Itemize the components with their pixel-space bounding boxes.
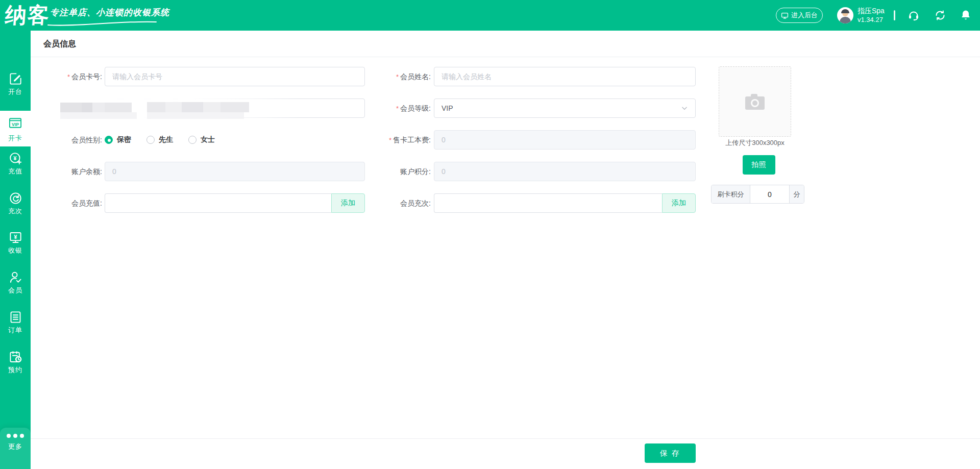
refill-times-rotate-icon — [9, 191, 22, 205]
sidebar-item-booking[interactable]: 预约 — [0, 350, 31, 375]
sidebar-item-label: 预约 — [0, 365, 31, 375]
store-name: 指压Spa — [857, 6, 885, 15]
photo-upload-box[interactable] — [719, 66, 791, 137]
topbar-divider — [894, 10, 895, 20]
sidebar-item-vip-card-active[interactable]: VIP 开卡 — [0, 111, 31, 146]
take-photo-button[interactable]: 拍照 — [743, 155, 775, 175]
top-bar: 纳客 专注单店、小连锁的收银系统 进入后台 指压Spa v1.34.27 — [0, 0, 980, 31]
svg-text:¥: ¥ — [13, 155, 17, 161]
sidebar-item-open-table[interactable]: 开台 — [0, 72, 31, 96]
member-level-select[interactable]: VIP — [434, 98, 696, 118]
sidebar-item-label: 充次 — [0, 207, 31, 216]
headset-icon[interactable] — [908, 9, 920, 21]
recharge-yuan-plus-icon: ¥ — [9, 152, 22, 165]
sidebar-item-label: 会员 — [0, 286, 31, 295]
avatar-hair — [841, 9, 849, 13]
radio-label: 先生 — [159, 135, 173, 144]
recharge-label: 会员充值: — [45, 193, 102, 213]
order-clipboard-icon — [9, 310, 22, 324]
member-level-label: *会员等级: — [374, 98, 431, 118]
sidebar-item-label: 开卡 — [0, 134, 31, 143]
sidebar-more-label: 更多 — [0, 442, 31, 451]
member-check-icon — [9, 270, 22, 284]
radio-dot — [188, 136, 197, 144]
brand-swoosh-line — [47, 19, 157, 27]
recharge-times-input-group: 添加 — [434, 193, 696, 213]
swipe-points-input[interactable] — [750, 185, 789, 203]
sidebar-item-recharge[interactable]: ¥ 充值 — [0, 152, 31, 176]
sidebar-item-label: 收银 — [0, 246, 31, 255]
radio-lady[interactable]: 女士 — [188, 135, 215, 144]
swipe-points-label: 刷卡积分 — [712, 185, 750, 203]
app-version: v1.34.27 — [857, 15, 885, 24]
edit-square-icon — [9, 72, 22, 86]
card-no-label: *会员卡号: — [45, 67, 102, 87]
cashier-monitor-yuan-icon: ¥ — [9, 231, 22, 244]
brand-logo: 纳客 — [4, 2, 51, 29]
sidebar-item-label: 订单 — [0, 326, 31, 335]
sidebar-item-member[interactable]: 会员 — [0, 270, 31, 295]
radio-dot — [146, 136, 155, 144]
camera-icon — [744, 92, 766, 111]
avatar-body — [840, 17, 851, 23]
app-window: 纳客 专注单店、小连锁的收银系统 进入后台 指压Spa v1.34.27 开台 … — [0, 0, 980, 469]
card-fee-label: *售卡工本费: — [374, 130, 431, 150]
chevron-down-icon — [681, 105, 688, 112]
radio-label: 女士 — [201, 135, 215, 144]
balance-input — [105, 162, 365, 181]
enter-backend-button[interactable]: 进入后台 — [776, 8, 823, 23]
member-name-input[interactable] — [434, 67, 696, 86]
store-info: 指压Spa v1.34.27 — [857, 6, 885, 24]
svg-text:VIP: VIP — [12, 122, 19, 127]
sidebar: 开台 VIP 开卡 ¥ 充值 充次 ¥ 收银 会员 订单 预约 — [0, 31, 31, 469]
booking-clock-icon — [9, 350, 22, 364]
radio-mister[interactable]: 先生 — [146, 135, 173, 144]
points-input — [434, 162, 696, 181]
avatar[interactable] — [837, 7, 853, 23]
recharge-input[interactable] — [105, 193, 331, 213]
member-level-value: VIP — [442, 104, 453, 112]
ellipsis-icon — [0, 434, 31, 438]
bell-icon[interactable] — [960, 9, 972, 21]
sidebar-item-label: 开台 — [0, 87, 31, 96]
vip-card-icon: VIP — [8, 116, 22, 130]
sidebar-item-more[interactable]: 更多 — [0, 428, 31, 469]
swipe-points-unit: 分 — [789, 185, 804, 203]
svg-text:¥: ¥ — [14, 234, 17, 240]
radio-label: 保密 — [117, 135, 131, 144]
photo-size-hint: 上传尺寸300x300px — [703, 138, 806, 147]
page-title: 会员信息 — [43, 39, 76, 50]
recharge-input-group: 添加 — [105, 193, 365, 213]
balance-label: 账户余额: — [45, 162, 102, 181]
gender-radio-group: 保密 先生 女士 — [105, 130, 215, 150]
gender-label: 会员性别: — [45, 130, 102, 150]
card-fee-input — [434, 130, 696, 150]
swipe-points-group: 刷卡积分 分 — [711, 185, 804, 204]
recharge-times-input[interactable] — [434, 193, 662, 213]
sidebar-item-label: 充值 — [0, 167, 31, 176]
radio-secret[interactable]: 保密 — [105, 135, 131, 144]
sidebar-item-cashier[interactable]: ¥ 收银 — [0, 231, 31, 255]
recharge-times-add-button[interactable]: 添加 — [662, 193, 696, 213]
title-divider — [31, 57, 980, 57]
monitor-icon — [781, 12, 789, 19]
recharge-add-button[interactable]: 添加 — [331, 193, 365, 213]
redacted-input[interactable] — [105, 98, 365, 118]
card-no-input[interactable] — [105, 67, 365, 86]
save-button[interactable]: 保 存 — [645, 443, 696, 463]
recharge-times-label: 会员充次: — [374, 193, 431, 213]
main-content: 会员信息 *会员卡号: *会员姓名: *会员等级: VIP 会员性别: 保密 先… — [31, 31, 980, 469]
brand-tagline: 专注单店、小连锁的收银系统 — [50, 7, 169, 18]
radio-dot — [105, 136, 113, 144]
footer-divider — [31, 438, 980, 439]
points-label: 账户积分: — [374, 162, 431, 181]
enter-backend-label: 进入后台 — [791, 11, 818, 20]
sidebar-item-orders[interactable]: 订单 — [0, 310, 31, 335]
sidebar-item-refill-times[interactable]: 充次 — [0, 191, 31, 216]
sync-icon[interactable] — [934, 9, 946, 21]
member-name-label: *会员姓名: — [374, 67, 431, 87]
